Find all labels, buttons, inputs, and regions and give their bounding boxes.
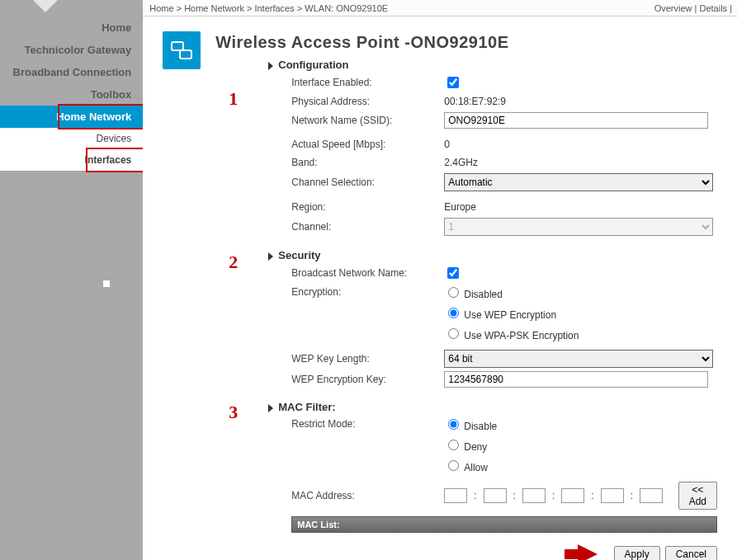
link-overview[interactable]: Overview [654, 3, 692, 13]
sidebar-dot [103, 280, 110, 287]
nav-broadband-connection[interactable]: Broadband Connection [0, 61, 143, 83]
label-ssid: Network Name (SSID): [291, 115, 444, 126]
label-channel: Channel: [291, 221, 444, 233]
input-mac-4[interactable] [561, 488, 584, 503]
svg-rect-0 [172, 42, 183, 50]
input-ssid[interactable] [444, 112, 708, 129]
input-mac-3[interactable] [522, 488, 546, 503]
value-band: 2.4GHz [444, 157, 717, 168]
section-security: Security [278, 249, 320, 261]
label-restrict-mode: Restrict Mode: [291, 416, 444, 430]
label-encryption: Encryption: [291, 285, 444, 298]
label-channel-selection: Channel Selection: [291, 176, 444, 188]
sidebar-notch [29, 0, 62, 12]
crumb-home-network[interactable]: Home Network [184, 3, 244, 13]
label-actual-speed: Actual Speed [Mbps]: [291, 139, 444, 150]
annotation-arrow-icon [578, 544, 598, 560]
radio-mac-allow[interactable] [448, 460, 459, 471]
breadcrumb: Home > Home Network > Interfaces > WLAN:… [149, 3, 388, 13]
nav-sub-interfaces[interactable]: Interfaces [0, 149, 143, 171]
nav-home-network[interactable]: Home Network [0, 106, 143, 128]
checkbox-interface-enabled[interactable] [447, 77, 459, 88]
sidebar: Home Technicolor Gateway Broadband Conne… [0, 0, 143, 560]
label-wep-key: WEP Encryption Key: [291, 374, 444, 385]
button-add-mac[interactable]: << Add [678, 482, 717, 510]
label-physical-address: Physical Address: [291, 96, 444, 107]
label-broadcast: Broadcast Network Name: [291, 267, 444, 279]
label-region: Region: [291, 201, 444, 213]
nav-home[interactable]: Home [0, 16, 143, 39]
wireless-icon [163, 31, 201, 69]
select-channel-selection[interactable]: Automatic [444, 173, 713, 191]
page-title: Wireless Access Point -ONO92910E [215, 33, 717, 52]
nav-technicolor-gateway[interactable]: Technicolor Gateway [0, 39, 143, 61]
section-configuration: Configuration [278, 59, 348, 71]
apply-button[interactable]: Apply [614, 546, 660, 560]
radio-mac-disable[interactable] [448, 419, 459, 430]
select-channel: 1 [444, 218, 713, 236]
svg-rect-1 [180, 50, 191, 59]
annotation-step-1: 1 [229, 88, 238, 110]
value-actual-speed: 0 [444, 139, 717, 150]
select-wep-length[interactable]: 64 bit [444, 350, 713, 368]
nav-sub-devices[interactable]: Devices [0, 128, 143, 149]
radio-enc-disabled-wrap[interactable]: Disabled [444, 285, 503, 300]
crumb-interfaces[interactable]: Interfaces [254, 3, 294, 13]
checkbox-broadcast[interactable] [447, 267, 459, 279]
radio-enc-wpa-wrap[interactable]: Use WPA-PSK Encryption [444, 326, 579, 341]
crumb-current: WLAN: ONO92910E [305, 3, 388, 13]
mac-list-header: MAC List: [291, 516, 717, 533]
view-toggle: Overview | Details | [654, 3, 732, 13]
link-details[interactable]: Details [699, 3, 727, 13]
value-physical-address: 00:18:E7:92:9 [444, 96, 717, 107]
radio-enc-wpa[interactable] [448, 328, 459, 339]
cancel-button[interactable]: Cancel [665, 546, 717, 560]
label-wep-length: WEP Key Length: [291, 353, 444, 365]
input-mac-6[interactable] [640, 488, 663, 503]
annotation-step-2: 2 [229, 252, 238, 273]
nav-toolbox[interactable]: Toolbox [0, 83, 143, 106]
topbar: Home > Home Network > Interfaces > WLAN:… [143, 0, 737, 16]
radio-enc-disabled[interactable] [448, 287, 459, 298]
radio-enc-wep-wrap[interactable]: Use WEP Encryption [444, 305, 556, 321]
crumb-home[interactable]: Home [149, 3, 173, 13]
main: Home > Home Network > Interfaces > WLAN:… [143, 0, 737, 560]
caret-icon [268, 252, 273, 261]
radio-mac-deny[interactable] [448, 440, 459, 450]
input-mac-5[interactable] [601, 488, 624, 503]
value-region: Europe [444, 201, 717, 213]
input-wep-key[interactable] [444, 371, 708, 388]
annotation-step-3: 3 [229, 402, 238, 423]
caret-icon [268, 404, 273, 412]
radio-mac-allow-wrap[interactable]: Allow [444, 458, 488, 473]
caret-icon [268, 62, 273, 70]
label-band: Band: [291, 157, 444, 168]
radio-mac-deny-wrap[interactable]: Deny [444, 437, 487, 453]
radio-mac-disable-wrap[interactable]: Disable [444, 416, 497, 432]
label-interface-enabled: Interface Enabled: [291, 77, 444, 88]
input-mac-2[interactable] [484, 488, 507, 503]
section-mac-filter: MAC Filter: [278, 401, 335, 413]
radio-enc-wep[interactable] [448, 308, 459, 318]
label-mac-address: MAC Address: [291, 490, 444, 501]
input-mac-1[interactable] [444, 488, 467, 503]
